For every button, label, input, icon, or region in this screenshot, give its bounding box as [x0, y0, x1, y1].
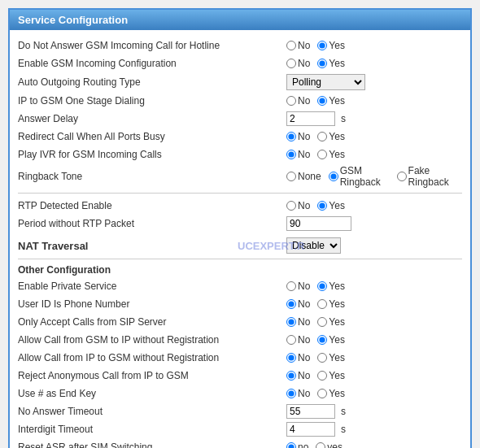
input-answer-delay[interactable]	[286, 111, 335, 126]
radio-no-only-accept[interactable]: No	[286, 316, 310, 328]
row-ringback: Ringback Tone None GSM Ringback Fake Rin…	[18, 163, 462, 189]
controls-play-ivr: No Yes	[286, 149, 462, 160]
label-interdigit-timeout: Interdigit Timeout	[18, 424, 286, 435]
radio-yes-user-id[interactable]: Yes	[317, 298, 345, 310]
controls-ringback: None GSM Ringback Fake Ringback	[286, 165, 462, 188]
row-enable-gsm: Enable GSM Incoming Configuration No Yes	[18, 54, 462, 72]
controls-do-not-answer: No Yes	[286, 40, 462, 51]
row-no-answer-timeout: No Answer Timeout s	[18, 402, 462, 420]
row-user-id-phone: User ID Is Phone Number No Yes	[18, 295, 462, 313]
row-use-hash: Use # as End Key No Yes	[18, 385, 462, 402]
row-reject-anon: Reject Anonymous Call from IP to GSM No …	[18, 367, 462, 385]
label-reset-asr: Reset ASR after SIM Switching	[18, 441, 286, 448]
label-period-rtp: Period without RTP Packet	[18, 218, 286, 229]
radio-no-ip-gsm[interactable]: No	[286, 95, 310, 107]
radio-gsm-ringback[interactable]: GSM Ringback	[329, 165, 390, 188]
controls-reject-anon: No Yes	[286, 370, 462, 381]
controls-user-id-phone: No Yes	[286, 298, 462, 310]
label-no-answer-timeout: No Answer Timeout	[18, 406, 286, 417]
radio-no-do-not-answer[interactable]: No	[286, 40, 310, 51]
radio-yes-rtp[interactable]: Yes	[317, 200, 345, 211]
radio-no-use-hash[interactable]: No	[286, 388, 310, 399]
controls-only-accept: No Yes	[286, 316, 462, 328]
label-user-id-phone: User ID Is Phone Number	[18, 298, 286, 310]
controls-auto-outgoing: Polling Round Robin Priority	[286, 74, 462, 90]
radio-no-private[interactable]: No	[286, 281, 310, 292]
row-allow-ip-gsm: Allow Call from IP to GSM without Regist…	[18, 349, 462, 367]
radio-yes-redirect[interactable]: Yes	[317, 131, 345, 142]
controls-allow-ip-gsm: No Yes	[286, 352, 462, 363]
controls-enable-private: No Yes	[286, 281, 462, 292]
row-do-not-answer: Do Not Answer GSM Imcoming Call for Hotl…	[18, 37, 462, 54]
radio-yes-reset-asr[interactable]: yes	[316, 441, 343, 448]
radio-fake-ringback[interactable]: Fake Ringback	[397, 165, 457, 188]
radio-yes-ip-gsm[interactable]: Yes	[317, 95, 345, 107]
label-ringback: Ringback Tone	[18, 171, 286, 182]
divider-1	[18, 193, 462, 194]
row-nat-traversal: NAT Traversal UCEXPERT.R Disable Enable …	[18, 236, 462, 255]
row-reset-asr: Reset ASR after SIM Switching no yes	[18, 438, 462, 448]
controls-redirect-call: No Yes	[286, 131, 462, 142]
label-rtp-detected: RTP Detected Enable	[18, 200, 286, 211]
input-no-answer-timeout[interactable]	[286, 404, 335, 419]
row-play-ivr: Play IVR for GSM Incoming Calls No Yes	[18, 146, 462, 163]
label-redirect-call: Redirect Call When All Ports Busy	[18, 131, 286, 142]
radio-no-enable-gsm[interactable]: No	[286, 58, 310, 69]
select-nat-traversal[interactable]: Disable Enable STUN	[286, 237, 341, 254]
label-enable-private: Enable Private Service	[18, 281, 286, 292]
input-period-rtp[interactable]	[286, 216, 351, 231]
label-do-not-answer: Do Not Answer GSM Imcoming Call for Hotl…	[18, 40, 286, 51]
row-period-rtp: Period without RTP Packet	[18, 215, 462, 233]
row-enable-private: Enable Private Service No Yes	[18, 277, 462, 295]
radio-no-play-ivr[interactable]: No	[286, 149, 310, 160]
panel-title: Service Configuration	[10, 10, 470, 30]
suffix-no-answer: s	[341, 406, 346, 417]
radio-no-user-id[interactable]: No	[286, 298, 310, 310]
radio-yes-private[interactable]: Yes	[317, 281, 345, 292]
suffix-interdigit: s	[341, 424, 346, 435]
row-interdigit-timeout: Interdigit Timeout s	[18, 420, 462, 438]
other-section-title: Other Configuration	[18, 264, 462, 276]
controls-reset-asr: no yes	[286, 441, 462, 448]
row-only-accept: Only Accept Calls from SIP Server No Yes	[18, 313, 462, 331]
row-ip-gsm: IP to GSM One Stage Dialing No Yes	[18, 92, 462, 110]
radio-no-allow-ip-gsm[interactable]: No	[286, 352, 310, 363]
controls-allow-gsm-ip: No Yes	[286, 334, 462, 346]
controls-answer-delay: s	[286, 111, 462, 126]
label-reject-anon: Reject Anonymous Call from IP to GSM	[18, 370, 286, 381]
radio-yes-reject-anon[interactable]: Yes	[317, 370, 345, 381]
select-auto-outgoing[interactable]: Polling Round Robin Priority	[286, 74, 365, 90]
controls-period-rtp	[286, 216, 462, 231]
radio-yes-do-not-answer[interactable]: Yes	[317, 40, 345, 51]
row-answer-delay: Answer Delay s	[18, 110, 462, 128]
controls-use-hash: No Yes	[286, 388, 462, 399]
controls-rtp-detected: No Yes	[286, 200, 462, 211]
row-rtp-detected: RTP Detected Enable No Yes	[18, 197, 462, 215]
radio-no-allow-gsm-ip[interactable]: No	[286, 334, 310, 346]
radio-yes-allow-gsm-ip[interactable]: Yes	[317, 334, 345, 346]
controls-no-answer-timeout: s	[286, 404, 462, 419]
suffix-answer-delay: s	[341, 113, 346, 124]
row-allow-gsm-ip: Allow Call from GSM to IP without Regist…	[18, 331, 462, 349]
radio-no-reset-asr[interactable]: no	[286, 441, 308, 448]
label-allow-gsm-ip: Allow Call from GSM to IP without Regist…	[18, 334, 286, 346]
radio-yes-only-accept[interactable]: Yes	[317, 316, 345, 328]
radio-no-rtp[interactable]: No	[286, 200, 310, 211]
controls-ip-gsm: No Yes	[286, 95, 462, 107]
radio-yes-use-hash[interactable]: Yes	[317, 388, 345, 399]
radio-yes-play-ivr[interactable]: Yes	[317, 149, 345, 160]
label-use-hash: Use # as End Key	[18, 388, 286, 399]
controls-enable-gsm: No Yes	[286, 58, 462, 69]
controls-interdigit-timeout: s	[286, 422, 462, 437]
radio-no-redirect[interactable]: No	[286, 131, 310, 142]
input-interdigit-timeout[interactable]	[286, 422, 335, 437]
label-answer-delay: Answer Delay	[18, 113, 286, 124]
radio-yes-enable-gsm[interactable]: Yes	[317, 58, 345, 69]
radio-none-ringback[interactable]: None	[286, 171, 321, 182]
label-auto-outgoing: Auto Outgoing Routing Type	[18, 76, 286, 88]
row-auto-outgoing: Auto Outgoing Routing Type Polling Round…	[18, 72, 462, 92]
radio-yes-allow-ip-gsm[interactable]: Yes	[317, 352, 345, 363]
radio-no-reject-anon[interactable]: No	[286, 370, 310, 381]
label-allow-ip-gsm: Allow Call from IP to GSM without Regist…	[18, 352, 286, 363]
label-enable-gsm: Enable GSM Incoming Configuration	[18, 58, 286, 69]
